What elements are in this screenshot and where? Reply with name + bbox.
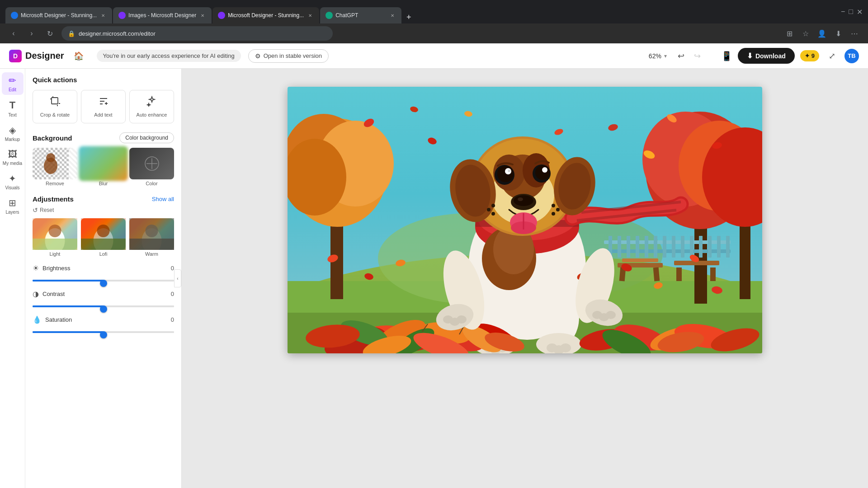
- background-blur-option[interactable]: Blur: [81, 148, 126, 186]
- background-remove-option[interactable]: Remove: [33, 148, 77, 186]
- sidebar-item-visuals[interactable]: ✦ Visuals: [2, 170, 24, 193]
- text-icon: T: [9, 99, 15, 111]
- close-window-button[interactable]: ✕: [857, 8, 863, 16]
- brightness-slider[interactable]: [33, 280, 174, 282]
- svg-rect-71: [710, 267, 716, 281]
- svg-point-119: [552, 212, 555, 216]
- main-content: ✏ Edit T Text ◈ Markup 🖼 My media ✦ Visu…: [0, 69, 868, 488]
- topbar: D Designer 🏠 You're in our early access …: [0, 43, 868, 69]
- visuals-icon: ✦: [9, 173, 16, 184]
- new-tab-button[interactable]: +: [402, 11, 415, 23]
- svg-point-116: [491, 212, 495, 216]
- add-text-action[interactable]: Add text: [81, 90, 126, 123]
- extensions-icon[interactable]: ⊞: [783, 27, 796, 40]
- sidebar-item-text[interactable]: T Text: [2, 97, 24, 120]
- tab-close-2[interactable]: ✕: [199, 12, 206, 19]
- canvas-image: [288, 87, 762, 353]
- points-star-icon: ✦: [805, 52, 810, 59]
- more-menu-icon[interactable]: ⋯: [848, 27, 861, 40]
- svg-point-118: [556, 208, 560, 211]
- filter-lofi-option[interactable]: Lofi: [81, 218, 126, 257]
- undo-button[interactable]: ↩: [674, 49, 689, 63]
- browser-tab-3[interactable]: Microsoft Designer - Stunning... ✕: [212, 7, 319, 23]
- reset-icon: ↺: [33, 206, 38, 214]
- home-button[interactable]: 🏠: [71, 49, 86, 63]
- mobile-preview-icon[interactable]: 📱: [721, 51, 732, 61]
- browser-chrome: Microsoft Designer - Stunning... ✕ Image…: [0, 0, 868, 23]
- reload-button[interactable]: ↻: [43, 27, 56, 40]
- sidebar-label-my-media: My media: [3, 161, 22, 166]
- sidebar-label-edit: Edit: [9, 87, 16, 92]
- svg-rect-20: [129, 239, 174, 250]
- url-bar[interactable]: 🔒 designer.microsoft.com/editor: [61, 26, 333, 41]
- crop-rotate-action[interactable]: Crop & rotate: [33, 90, 77, 123]
- background-color-option[interactable]: Color: [129, 148, 174, 186]
- avatar-initials: TB: [848, 52, 855, 59]
- background-section-header: Background Color background: [33, 132, 174, 143]
- sidebar-item-markup[interactable]: ◈ Markup: [2, 122, 24, 145]
- crop-rotate-icon: [50, 96, 61, 109]
- download-button[interactable]: ⬇ Download: [738, 48, 795, 64]
- tab-close-4[interactable]: ✕: [389, 12, 396, 19]
- filter-light-option[interactable]: Light: [33, 218, 77, 257]
- browser-tab-4[interactable]: ChatGPT ✕: [320, 7, 401, 23]
- share-button[interactable]: ⤢: [825, 49, 839, 63]
- sidebar-label-text: Text: [8, 113, 16, 117]
- svg-point-106: [542, 167, 547, 173]
- svg-point-107: [508, 169, 510, 172]
- maximize-button[interactable]: □: [849, 8, 853, 16]
- address-bar: ‹ › ↻ 🔒 designer.microsoft.com/editor ⊞ …: [0, 23, 868, 43]
- quick-actions-title: Quick actions: [33, 76, 174, 84]
- browser-tab-1[interactable]: Microsoft Designer - Stunning... ✕: [5, 7, 112, 23]
- zoom-control[interactable]: 62% ▾: [649, 52, 667, 60]
- tab-close-3[interactable]: ✕: [307, 12, 314, 19]
- sidebar-item-my-media[interactable]: 🖼 My media: [2, 146, 24, 169]
- svg-rect-62: [708, 236, 712, 258]
- points-value: 9: [811, 52, 815, 59]
- color-background-button[interactable]: Color background: [119, 132, 174, 143]
- layers-icon: ⊞: [9, 197, 16, 208]
- remove-thumb-preview: [33, 148, 77, 179]
- sidebar-item-layers[interactable]: ⊞ Layers: [2, 195, 24, 217]
- url-text: designer.microsoft.com/editor: [79, 30, 156, 37]
- sidebar-item-edit[interactable]: ✏ Edit: [2, 72, 24, 95]
- auto-enhance-action[interactable]: Auto enhance: [129, 90, 174, 123]
- tab-title-4: ChatGPT: [335, 12, 386, 19]
- saturation-label: Saturation: [45, 316, 160, 323]
- tab-close-1[interactable]: ✕: [99, 12, 107, 19]
- zoom-value: 62%: [649, 52, 661, 60]
- filter-warm-option[interactable]: Warm: [129, 218, 174, 257]
- main-canvas[interactable]: [288, 87, 762, 353]
- svg-rect-56: [654, 236, 657, 258]
- show-all-link[interactable]: Show all: [152, 196, 174, 202]
- brightness-label: Brightness: [42, 265, 160, 272]
- bookmark-star-icon[interactable]: ☆: [799, 27, 812, 40]
- svg-rect-63: [717, 236, 721, 258]
- contrast-slider[interactable]: [33, 305, 174, 307]
- edit-icon: ✏: [9, 75, 16, 86]
- browser-tab-2[interactable]: Images - Microsoft Designer ✕: [113, 7, 212, 23]
- address-icons: ⊞ ☆ 👤 ⬇ ⋯: [783, 27, 861, 40]
- reset-button[interactable]: ↺ Reset: [33, 206, 54, 214]
- stable-version-button[interactable]: ⚙ Open in stable version: [248, 49, 329, 63]
- profile-icon[interactable]: 👤: [816, 27, 828, 40]
- saturation-slider-row: 💧 Saturation 0: [33, 315, 174, 335]
- forward-button[interactable]: ›: [25, 27, 38, 40]
- svg-rect-54: [636, 236, 639, 258]
- svg-point-6: [44, 158, 57, 174]
- points-badge[interactable]: ✦ 9: [800, 50, 819, 61]
- minimize-button[interactable]: −: [841, 8, 845, 16]
- svg-point-19: [146, 225, 158, 237]
- reset-row: ↺ Reset: [33, 206, 174, 214]
- download-manager-icon[interactable]: ⬇: [832, 27, 844, 40]
- svg-rect-61: [699, 236, 703, 258]
- panel-collapse-button[interactable]: ‹: [174, 269, 181, 287]
- background-title: Background: [33, 134, 72, 142]
- brightness-slider-row: ☀ Brightness 0: [33, 264, 174, 283]
- edit-panel: Quick actions Crop & rotate: [25, 69, 182, 488]
- saturation-slider[interactable]: [33, 331, 174, 333]
- user-avatar[interactable]: TB: [844, 49, 859, 63]
- early-access-text: You're in our early access experience fo…: [103, 52, 235, 59]
- redo-button[interactable]: ↪: [690, 49, 705, 63]
- back-button[interactable]: ‹: [7, 27, 20, 40]
